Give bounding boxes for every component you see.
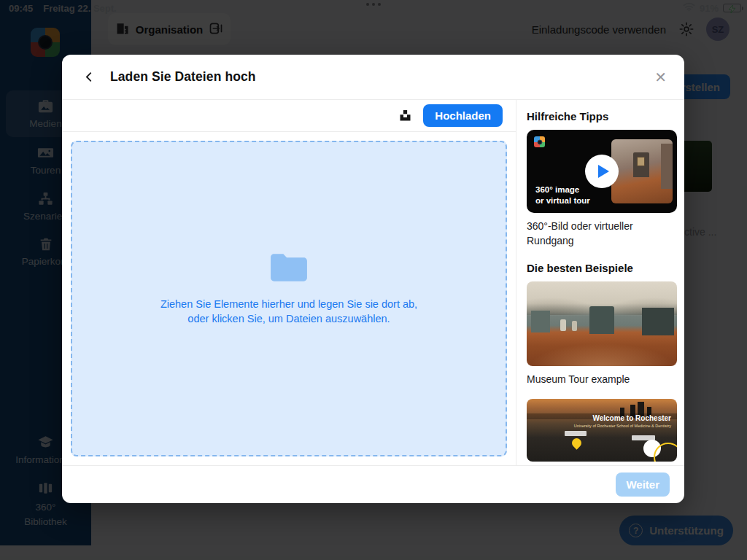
map-pin-icon (570, 436, 583, 449)
example-museum-image[interactable] (527, 281, 677, 366)
dropzone-instruction-line1: Ziehen Sie Elemente hierher und legen Si… (160, 298, 417, 312)
example-museum-caption: Museum Tour example (527, 373, 670, 387)
upload-button[interactable]: Hochladen (423, 104, 503, 127)
example-rochester-image[interactable]: Welcome to Rochester University of Roche… (527, 399, 677, 462)
tips-heading: Hilfreiche Tipps (527, 110, 676, 122)
video-caption: 360°-Bild oder virtueller Rundgang (527, 219, 670, 248)
play-button[interactable] (585, 155, 619, 188)
app-logo-small (534, 136, 545, 147)
rochester-subtitle: University of Rochester School of Medici… (574, 424, 671, 428)
upload-dock-icon[interactable] (398, 108, 413, 123)
video-preview-image (611, 139, 673, 203)
upload-left-column: Hochladen Ziehen Sie Elemente hierher un… (62, 100, 516, 465)
modal-title: Laden Sie Dateien hoch (110, 69, 256, 85)
examples-heading: Die besten Beispiele (527, 262, 676, 274)
modal-header: Laden Sie Dateien hoch ✕ (62, 55, 684, 100)
back-button[interactable] (80, 68, 98, 87)
play-icon (598, 165, 609, 178)
rochester-title: Welcome to Rochester (592, 414, 671, 422)
upload-files-modal: Laden Sie Dateien hoch ✕ Hochladen Ziehe (62, 55, 684, 503)
video-overlay-text: 360° image or virtual tour (535, 184, 590, 206)
app-background: Medien Touren Szenarien Papierkorb Infor (0, 0, 747, 560)
folder-icon (269, 251, 309, 287)
dropzone-instruction-line2: oder klicken Sie, um Dateien auszuwählen… (187, 312, 390, 327)
tips-panel: Hilfreiche Tipps 360° image or virtual t… (516, 100, 684, 465)
tutorial-video-card[interactable]: 360° image or virtual tour (527, 130, 677, 213)
upload-action-row: Hochladen (62, 100, 516, 132)
close-icon[interactable]: ✕ (654, 70, 667, 85)
file-dropzone[interactable]: Ziehen Sie Elemente hierher und legen Si… (71, 141, 507, 456)
modal-footer: Weiter (62, 465, 684, 503)
next-button[interactable]: Weiter (616, 472, 670, 497)
